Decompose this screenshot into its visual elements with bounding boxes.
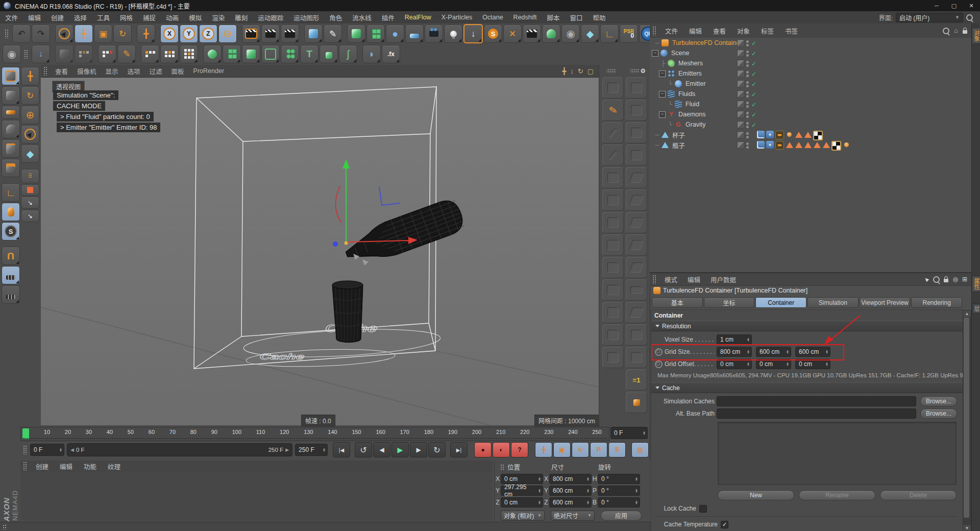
strip-boole-tool[interactable] xyxy=(602,189,624,211)
spline-sketch-tool[interactable]: ✎ xyxy=(117,45,136,63)
workplane-align-button[interactable] xyxy=(2,285,20,304)
rename-cache-button[interactable]: Rename xyxy=(799,490,875,500)
object-label[interactable]: Emitters xyxy=(676,70,702,77)
selection-tag-icon[interactable] xyxy=(822,141,830,149)
viewport-maximize-icon[interactable]: ▢ xyxy=(587,67,594,75)
palette-rotate-button[interactable]: ↻ xyxy=(21,86,39,105)
key-position-toggle[interactable]: ╋ xyxy=(535,442,552,457)
menu-snap[interactable]: 捕捉 xyxy=(138,13,161,22)
cache-group-header[interactable]: Cache xyxy=(651,382,963,393)
visibility-dots[interactable] xyxy=(746,112,749,118)
enabled-check-icon[interactable]: ✓ xyxy=(751,70,756,78)
render-view-button[interactable] xyxy=(242,25,260,43)
bake-render-button[interactable] xyxy=(523,25,541,43)
strip-cube3-command[interactable] xyxy=(626,144,647,166)
menu-redshift[interactable]: Redshift xyxy=(508,14,542,21)
magic-tag-icon[interactable]: ✶ xyxy=(766,131,774,138)
om-search-icon[interactable] xyxy=(943,28,949,34)
spinner-icon[interactable] xyxy=(57,448,62,452)
layer-toggle[interactable] xyxy=(737,39,745,47)
autokey-button[interactable]: ◐ xyxy=(493,442,510,457)
display-tag-icon[interactable] xyxy=(775,141,784,150)
strip-bridge-tool[interactable] xyxy=(602,234,624,256)
layer-toggle[interactable] xyxy=(737,131,745,139)
spinner-icon[interactable] xyxy=(536,489,541,493)
visibility-dots[interactable] xyxy=(746,122,749,128)
side-tab-objects[interactable]: 对象 xyxy=(972,28,980,44)
am-cursor-icon[interactable]: ▲ xyxy=(921,275,930,284)
sculpt-wedge-button[interactable]: ◗ xyxy=(362,45,381,63)
tree-row-fluid[interactable]: └ Fluid ✓ xyxy=(650,99,971,109)
object-label[interactable]: Daemons xyxy=(676,111,706,118)
next-frame-button[interactable]: ▶ xyxy=(410,442,427,457)
mat-menu-edit[interactable]: 编辑 xyxy=(54,462,78,471)
smoothing-tag-icon[interactable] xyxy=(786,131,793,138)
global-sphere-button[interactable]: ◉ xyxy=(3,45,21,63)
render-region-button[interactable] xyxy=(261,25,280,43)
side-tab-layers[interactable]: 层 xyxy=(972,303,980,314)
palette-color-swatch[interactable] xyxy=(21,184,39,196)
am-menu-edit[interactable]: 编辑 xyxy=(682,275,705,284)
layer-toggle[interactable] xyxy=(737,50,745,57)
strip2-drag-handle[interactable] xyxy=(630,69,640,74)
visibility-dots[interactable] xyxy=(746,142,749,149)
strip-sculpt-tool[interactable] xyxy=(602,347,624,368)
om-menu-tags[interactable]: 标签 xyxy=(755,26,779,36)
om-drag-handle[interactable] xyxy=(652,26,657,35)
object-label[interactable]: Fluid xyxy=(683,101,699,108)
menu-script[interactable]: 脚本 xyxy=(542,13,565,22)
layer-toggle[interactable] xyxy=(737,60,745,67)
viewport-mouse-mode-button[interactable] xyxy=(2,203,20,221)
spline-edit-tool[interactable] xyxy=(98,45,116,63)
toolbar-drag-handle[interactable] xyxy=(5,29,9,38)
transport-drag-handle[interactable] xyxy=(23,445,28,454)
strip-measure-tool[interactable] xyxy=(602,122,624,143)
spline-pen-button[interactable]: ✎ xyxy=(324,25,342,43)
spinner-icon[interactable] xyxy=(823,350,828,354)
point-path-tool[interactable] xyxy=(141,45,159,63)
menu-render[interactable]: 渲染 xyxy=(207,13,230,22)
polygons-mode-button[interactable] xyxy=(2,159,20,177)
strip-drop-grid-command[interactable] xyxy=(626,167,647,188)
floor-sky-button[interactable] xyxy=(405,25,424,43)
hierarchy-tool[interactable]: ↓ xyxy=(32,45,50,63)
mograph-cloner-button[interactable] xyxy=(366,25,385,43)
om-lock-icon[interactable] xyxy=(963,30,967,34)
palette-selection-button[interactable] xyxy=(21,125,39,143)
enabled-check-icon[interactable]: ✓ xyxy=(751,60,756,67)
primitive-array-button[interactable] xyxy=(223,45,241,63)
visibility-dots[interactable] xyxy=(746,81,749,87)
menu-character[interactable]: 角色 xyxy=(324,13,347,22)
grid-offset-y-field[interactable]: 0 cm xyxy=(756,359,791,369)
cache-list-box[interactable] xyxy=(718,422,957,485)
tree-row-emitters[interactable]: Emitters ✓ xyxy=(650,68,971,79)
psr-button[interactable]: PSR0 xyxy=(620,25,638,43)
spinner-icon[interactable] xyxy=(584,477,590,481)
axis-mode-button[interactable]: ∟ xyxy=(2,183,20,202)
edges-mode-button[interactable] xyxy=(2,139,20,158)
expander-icon[interactable] xyxy=(652,50,658,57)
search-icon[interactable] xyxy=(966,14,973,21)
selection-tag-icon[interactable] xyxy=(813,141,821,149)
attribute-scrollbar[interactable]: ▲ ▼ xyxy=(963,310,971,531)
selection-tag-icon[interactable] xyxy=(804,141,812,149)
xparticles-button[interactable]: ✕ xyxy=(503,25,522,43)
spinner-icon[interactable] xyxy=(784,362,789,366)
coordinate-system-button[interactable]: ⊕ xyxy=(218,25,237,43)
scroll-down-icon[interactable]: ▼ xyxy=(963,525,971,531)
visibility-dots[interactable] xyxy=(746,71,749,77)
menu-animate[interactable]: 动画 xyxy=(161,13,184,22)
character-button[interactable] xyxy=(542,25,560,43)
tree-row-tfd-container[interactable]: ─ TurbulenceFD Container ✓ xyxy=(650,38,971,48)
strip-plane-b-command[interactable] xyxy=(626,212,647,233)
visibility-dots[interactable] xyxy=(746,132,749,138)
om-menu-file[interactable]: 文件 xyxy=(659,26,683,36)
menu-tools[interactable]: 工具 xyxy=(92,13,115,22)
rotation-h-field[interactable]: 0 ° xyxy=(598,474,640,484)
geodesic-sphere-button[interactable]: ◉ xyxy=(561,25,580,43)
menu-window[interactable]: 窗口 xyxy=(565,13,587,22)
enabled-check-icon[interactable]: ✓ xyxy=(751,81,756,88)
object-label[interactable]: 瓶子 xyxy=(670,140,685,150)
frame-range-slider[interactable]: ◀ 0 F 250 F ▶ xyxy=(67,443,292,456)
vp-menu-view[interactable]: 查看 xyxy=(51,66,72,76)
